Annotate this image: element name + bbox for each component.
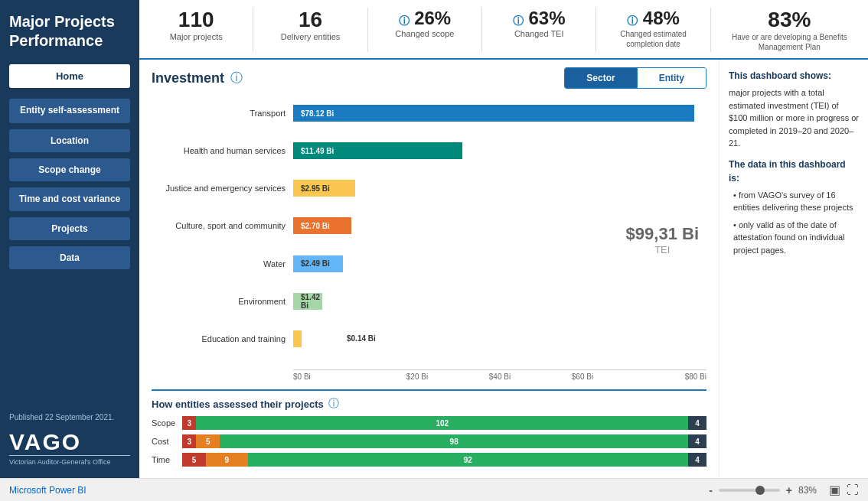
entity-row-cost: Cost 3 5 98 4 <box>152 434 706 449</box>
bar-row-1: Health and human services $11.49 Bi <box>152 142 706 159</box>
right-panel-bullet-1: • only valid as of the date of attestati… <box>733 219 859 257</box>
bar-fill-3: $2.70 Bi <box>293 217 351 234</box>
x-tick-4: $80 Bi <box>624 372 706 381</box>
stat-label-completion: Changed estimated completion date <box>602 29 703 49</box>
fullscreen-icon[interactable]: ⛶ <box>847 483 859 497</box>
info-icon-tei[interactable]: ⓘ <box>513 15 524 27</box>
bar-row-2: Justice and emergency services $2.95 Bi <box>152 180 706 197</box>
bar-row-6: Education and training $0.14 Bi <box>152 330 706 347</box>
sidebar-item-data[interactable]: Data <box>9 246 130 269</box>
entity-bar-time: 5 9 92 4 <box>182 453 706 467</box>
stats-bar: 110 Major projects 16 Delivery entities … <box>139 0 868 60</box>
bar-label-2: Justice and emergency services <box>152 184 293 193</box>
chart-area: Investment ⓘ Sector Entity $99,31 Bi TEI… <box>139 60 719 478</box>
fit-to-page-icon[interactable]: ▣ <box>829 483 840 497</box>
seg-scope-dark: 4 <box>688 416 706 430</box>
right-panel-description: major projects with a total estimated in… <box>729 86 859 150</box>
sidebar-item-time-cost-variance[interactable]: Time and cost variance <box>9 187 130 212</box>
entity-label-cost: Cost <box>152 437 182 446</box>
bar-value-4: $2.49 Bi <box>301 259 330 268</box>
bar-row-0: Transport $78.12 Bi <box>152 105 706 122</box>
bar-fill-6: $0.14 Bi <box>293 330 302 347</box>
bar-value-6: $0.14 Bi <box>347 334 376 343</box>
entity-label-time: Time <box>152 455 182 464</box>
bar-container-4: $2.49 Bi <box>293 255 706 272</box>
bar-container-5: $1.42 Bi <box>293 293 706 310</box>
bar-label-4: Water <box>152 259 293 268</box>
footer: Microsoft Power BI - + 83% ▣ ⛶ <box>0 478 868 501</box>
stat-number-tei: ⓘ 63% <box>488 8 589 29</box>
bar-value-3: $2.70 Bi <box>301 222 330 230</box>
stat-number-benefits: 83% <box>719 8 860 32</box>
bar-label-1: Health and human services <box>152 146 293 155</box>
seg-cost-red: 3 <box>182 434 196 448</box>
bar-value-1: $11.49 Bi <box>301 147 334 155</box>
seg-time-red: 5 <box>182 453 206 467</box>
zoom-thumb[interactable] <box>755 486 765 495</box>
toggle-entity-button[interactable]: Entity <box>637 68 706 88</box>
bar-container-1: $11.49 Bi <box>293 142 706 159</box>
entity-row-time: Time 5 9 92 4 <box>152 452 706 467</box>
tei-label: TEI <box>626 244 699 255</box>
sidebar-title: Major Projects Performance <box>9 12 130 50</box>
sidebar-item-projects[interactable]: Projects <box>9 217 130 240</box>
stat-changed-tei: ⓘ 63% Changed TEI <box>482 8 596 52</box>
entity-row-scope: Scope 3 102 4 <box>152 415 706 431</box>
sidebar-item-scope-change[interactable]: Scope change <box>9 158 130 181</box>
stat-changed-completion: ⓘ 48% Changed estimated completion date <box>596 8 710 52</box>
bar-label-6: Education and training <box>152 334 293 343</box>
seg-scope-red: 3 <box>182 416 196 430</box>
bar-fill-2: $2.95 Bi <box>293 180 355 197</box>
stat-number-major-projects: 110 <box>145 8 246 32</box>
right-panel: This dashboard shows: major projects wit… <box>719 60 868 478</box>
bottom-title: How entities assessed their projects <box>152 399 324 410</box>
bar-value-2: $2.95 Bi <box>301 184 330 193</box>
seg-scope-green: 102 <box>196 416 688 430</box>
sidebar-item-location[interactable]: Location <box>9 129 130 152</box>
home-button[interactable]: Home <box>9 64 130 88</box>
x-tick-3: $60 Bi <box>541 372 624 381</box>
toggle-sector-button[interactable]: Sector <box>565 68 636 88</box>
entity-bar-scope: 3 102 4 <box>182 416 706 430</box>
bottom-header: How entities assessed their projects ⓘ <box>152 397 706 411</box>
seg-cost-dark: 4 <box>688 434 706 448</box>
bottom-info-icon[interactable]: ⓘ <box>328 397 339 411</box>
vago-subtitle: Victorian Auditor-General's Office <box>9 455 130 466</box>
zoom-slider[interactable] <box>719 489 780 492</box>
powerbi-link[interactable]: Microsoft Power BI <box>9 485 86 496</box>
info-icon-completion[interactable]: ⓘ <box>627 15 638 27</box>
tei-amount: $99,31 Bi <box>626 224 699 244</box>
zoom-plus-button[interactable]: + <box>786 484 792 496</box>
sidebar: Major Projects Performance Home Entity s… <box>0 0 139 478</box>
investment-info-icon[interactable]: ⓘ <box>230 70 243 86</box>
x-tick-1: $20 Bi <box>376 372 458 381</box>
seg-time-green: 92 <box>248 453 688 467</box>
seg-time-orange: 9 <box>206 453 248 467</box>
info-icon-scope[interactable]: ⓘ <box>399 15 410 27</box>
bar-fill-4: $2.49 Bi <box>293 255 343 272</box>
seg-cost-green: 98 <box>220 434 688 448</box>
bar-row-5: Environment $1.42 Bi <box>152 293 706 310</box>
main-content: 110 Major projects 16 Delivery entities … <box>139 0 868 478</box>
right-panel-title: This dashboard shows: <box>729 69 859 83</box>
bar-container-6: $0.14 Bi <box>293 330 706 347</box>
bar-label-0: Transport <box>152 109 293 118</box>
zoom-minus-button[interactable]: - <box>709 484 713 496</box>
toggle-group: Sector Entity <box>564 67 706 89</box>
vago-name: VAGO <box>9 429 130 455</box>
stat-major-projects: 110 Major projects <box>139 8 253 52</box>
vago-logo: VAGO Victorian Auditor-General's Office <box>9 429 130 466</box>
investment-title: Investment <box>152 70 224 86</box>
seg-time-dark: 4 <box>688 453 706 467</box>
bar-container-2: $2.95 Bi <box>293 180 706 197</box>
sidebar-item-entity-self-assessment[interactable]: Entity self-assessment <box>9 99 130 123</box>
right-panel-bullet-0: • from VAGO's survey of 16 entities deli… <box>733 189 859 214</box>
bottom-section: How entities assessed their projects ⓘ S… <box>152 389 706 470</box>
stat-label-delivery: Delivery entities <box>259 32 361 41</box>
bar-row-3: Culture, sport and community $2.70 Bi <box>152 217 706 234</box>
bar-label-5: Environment <box>152 297 293 306</box>
stat-changed-scope: ⓘ 26% Changed scope <box>368 8 482 52</box>
stat-number-completion: ⓘ 48% <box>602 8 703 29</box>
tei-display: $99,31 Bi TEI <box>626 224 699 255</box>
x-tick-0: $0 Bi <box>293 372 376 381</box>
